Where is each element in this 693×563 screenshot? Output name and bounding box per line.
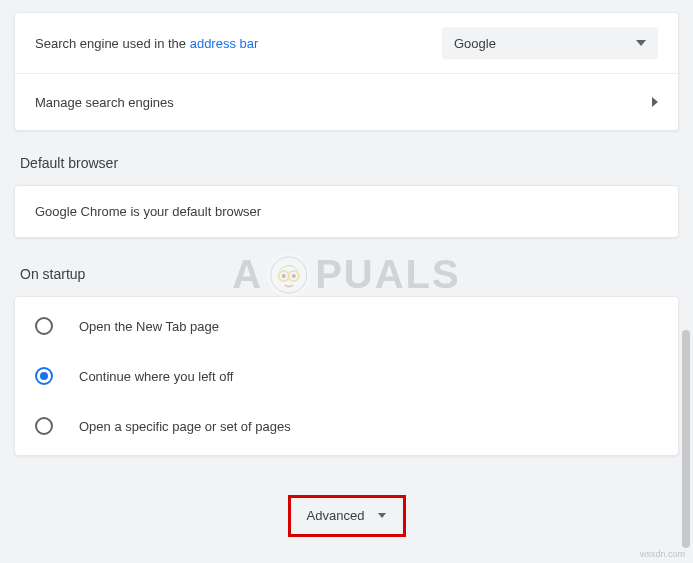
on-startup-card: Open the New Tab page Continue where you… [14,296,679,456]
default-browser-card: Google Chrome is your default browser [14,185,679,238]
search-engine-label-text: Search engine used in the [35,36,190,51]
search-engine-row: Search engine used in the address bar Go… [15,13,678,74]
caret-down-icon [378,513,386,518]
advanced-button[interactable]: Advanced [291,498,403,533]
address-bar-link[interactable]: address bar [190,36,259,51]
default-browser-text: Google Chrome is your default browser [35,204,261,219]
startup-option-label: Continue where you left off [79,369,233,384]
caret-down-icon [636,40,646,46]
chevron-right-icon [652,97,658,107]
startup-option-label: Open a specific page or set of pages [79,419,291,434]
startup-option-continue[interactable]: Continue where you left off [15,351,678,401]
startup-option-label: Open the New Tab page [79,319,219,334]
startup-option-specific[interactable]: Open a specific page or set of pages [15,401,678,451]
scrollbar-thumb[interactable] [682,330,690,548]
default-browser-title: Default browser [20,155,679,171]
search-engine-card: Search engine used in the address bar Go… [14,12,679,131]
startup-option-new-tab[interactable]: Open the New Tab page [15,301,678,351]
on-startup-title: On startup [20,266,679,282]
manage-search-engines-label: Manage search engines [35,95,174,110]
radio-icon [35,417,53,435]
search-engine-selected: Google [454,36,496,51]
advanced-section: Advanced [14,498,679,533]
radio-icon-selected [35,367,53,385]
search-engine-label: Search engine used in the address bar [35,36,258,51]
search-engine-select[interactable]: Google [442,27,658,59]
credit-text: wsxdn.com [640,549,685,559]
advanced-label: Advanced [307,508,365,523]
radio-icon [35,317,53,335]
manage-search-engines-row[interactable]: Manage search engines [15,74,678,130]
